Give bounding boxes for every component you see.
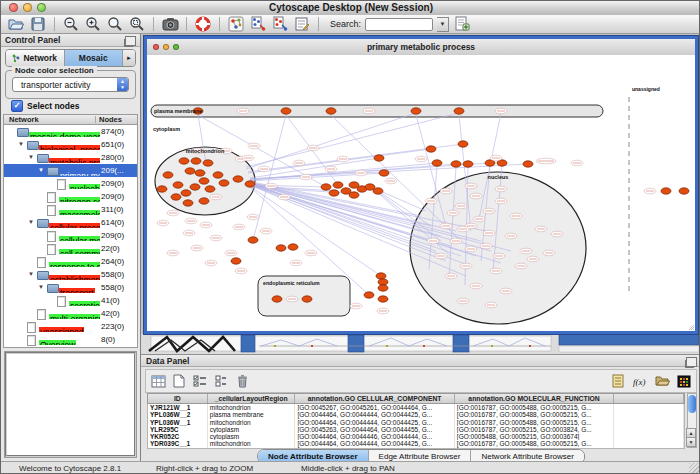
frame-close-icon[interactable] xyxy=(153,44,159,50)
graph-node[interactable] xyxy=(181,190,191,196)
tree-row[interactable]: nucleobase-containing209(0) xyxy=(4,177,137,190)
graph-node[interactable] xyxy=(378,279,388,285)
delete-attribute-trash-button[interactable] xyxy=(233,373,251,390)
frame-minimize-icon[interactable] xyxy=(163,44,169,50)
tab-network[interactable]: Network xyxy=(6,50,65,66)
tree-row[interactable]: ▼establishment of loc558(0) xyxy=(4,268,137,281)
graph-node[interactable] xyxy=(185,168,195,174)
expand-arrow-icon[interactable]: ▼ xyxy=(18,141,24,147)
column-header[interactable]: annotation.GO MOLECULAR_FUNCTION xyxy=(455,394,614,403)
graph-node[interactable] xyxy=(179,158,189,164)
tree-row[interactable]: ▼metabolic process280(0) xyxy=(4,151,137,164)
expand-arrow-icon[interactable]: ▼ xyxy=(28,154,34,160)
graph-node[interactable] xyxy=(199,178,209,184)
table-row[interactable]: YLR295Ccytoplasm[GO:0045263, GO:0044464,… xyxy=(148,426,684,433)
tree-column-network[interactable]: Network xyxy=(9,115,39,125)
graph-node[interactable] xyxy=(364,292,374,298)
graph-node[interactable] xyxy=(378,296,388,302)
tree-row[interactable]: ▼biological_process651(0) xyxy=(4,138,137,151)
search-dropdown-icon[interactable]: ▼ xyxy=(437,17,449,32)
tree-row[interactable]: mosaic-demo-yeast874(0) xyxy=(4,125,137,138)
graph-node[interactable] xyxy=(451,161,461,167)
tree-row[interactable]: macromolecule311(0) xyxy=(4,203,137,216)
expand-arrow-icon[interactable]: ▼ xyxy=(38,167,44,173)
zoom-out-button[interactable] xyxy=(62,16,80,33)
node-color-select[interactable]: transporter activity ▲▼ xyxy=(12,77,129,92)
graph-node[interactable] xyxy=(523,161,533,167)
graph-node[interactable] xyxy=(378,285,388,291)
graph-node[interactable] xyxy=(302,296,312,302)
graph-node[interactable] xyxy=(213,172,223,178)
table-row[interactable]: YDR039C__1mitochondrion[GO:0044464, GO:0… xyxy=(148,440,684,447)
graph-node[interactable] xyxy=(321,184,331,190)
tree-row[interactable]: ▼cellular process614(0) xyxy=(4,216,137,229)
table-row[interactable]: YKR052Ccytoplasm[GO:0044464, GO:0044446,… xyxy=(148,433,684,440)
graph-node[interactable] xyxy=(276,245,286,251)
graph-node[interactable] xyxy=(163,172,173,178)
column-header[interactable]: annotation.GO CELLULAR_COMPONENT xyxy=(295,394,454,403)
graph-node[interactable] xyxy=(272,296,282,302)
tree-row[interactable]: ▼transport558(0) xyxy=(4,281,137,294)
close-window-icon[interactable] xyxy=(9,3,18,12)
expand-arrow-icon[interactable]: ▼ xyxy=(28,219,34,225)
graph-node[interactable] xyxy=(199,198,209,204)
graph-node[interactable] xyxy=(231,258,241,264)
tree-row[interactable]: unassigned223(0) xyxy=(4,320,137,333)
graph-node[interactable] xyxy=(245,181,255,187)
zoom-in-button[interactable] xyxy=(84,16,102,33)
tree-row[interactable]: Overview8(0) xyxy=(4,333,137,346)
tree-row[interactable]: secretion41(0) xyxy=(4,294,137,307)
tree-row[interactable]: nitrogen compound209(0) xyxy=(4,190,137,203)
graph-node[interactable] xyxy=(458,141,468,147)
attribute-table-button[interactable] xyxy=(149,373,167,390)
table-row[interactable]: YPL036W__1mitochondrion[GO:0044464, GO:0… xyxy=(148,419,684,426)
graph-node[interactable] xyxy=(248,237,258,243)
graph-node[interactable] xyxy=(661,188,671,194)
network-window-titlebar[interactable]: primary metabolic process xyxy=(147,39,695,56)
network-overview-button[interactable] xyxy=(227,16,245,33)
graph-node[interactable] xyxy=(426,146,436,152)
graph-node[interactable] xyxy=(173,182,183,188)
scroll-down-icon[interactable]: ▼ xyxy=(686,437,696,447)
zoom-selected-button[interactable] xyxy=(128,16,146,33)
graph-node[interactable] xyxy=(374,155,384,161)
tree-row[interactable]: ▼primary metabolic process209(... xyxy=(4,164,137,177)
unselect-attributes-button[interactable] xyxy=(212,373,230,390)
graph-node[interactable] xyxy=(171,194,181,200)
graph-node[interactable] xyxy=(219,180,229,186)
scrollbar-thumb[interactable] xyxy=(688,395,696,413)
search-input[interactable] xyxy=(365,18,433,31)
graph-node[interactable] xyxy=(195,170,205,176)
tab-scroll-right-icon[interactable]: ► xyxy=(123,50,135,66)
open-attributes-folder-button[interactable] xyxy=(653,373,671,390)
tree-row[interactable]: multi-organism proc42(0) xyxy=(4,307,137,320)
search-plus-button[interactable] xyxy=(453,16,471,33)
expand-arrow-icon[interactable]: ▼ xyxy=(28,271,34,277)
tree-row[interactable]: cell communication22(0) xyxy=(4,242,137,255)
new-attribute-button[interactable] xyxy=(170,373,188,390)
tree-row[interactable]: cellular metabolic209(0) xyxy=(4,229,137,242)
graph-node[interactable] xyxy=(329,190,339,196)
graph-node[interactable] xyxy=(411,108,421,114)
graph-node[interactable] xyxy=(157,186,167,192)
matrix-heatmap-button[interactable] xyxy=(675,373,693,390)
snapshot-camera-button[interactable] xyxy=(161,16,179,33)
graph-node[interactable] xyxy=(183,200,193,206)
column-header[interactable]: ID xyxy=(148,394,208,403)
graph-node[interactable] xyxy=(679,188,689,194)
canvas-resize-grip[interactable] xyxy=(689,325,694,330)
graph-node[interactable] xyxy=(190,184,200,190)
graph-node[interactable] xyxy=(191,158,201,164)
save-session-button[interactable] xyxy=(29,16,47,33)
frame-zoom-icon[interactable] xyxy=(173,44,179,50)
graph-node[interactable] xyxy=(373,188,383,194)
graph-node[interactable] xyxy=(203,160,213,166)
tree-column-nodes[interactable]: Nodes xyxy=(99,115,122,125)
zoom-fit-button[interactable] xyxy=(106,16,124,33)
table-scrollbar[interactable]: ▲ ▼ xyxy=(687,393,697,448)
graph-node[interactable] xyxy=(281,108,291,114)
open-file-button[interactable] xyxy=(7,16,25,33)
expand-arrow-icon[interactable]: ▼ xyxy=(38,284,44,290)
graph-node[interactable] xyxy=(454,108,464,114)
graph-node[interactable] xyxy=(233,176,243,182)
